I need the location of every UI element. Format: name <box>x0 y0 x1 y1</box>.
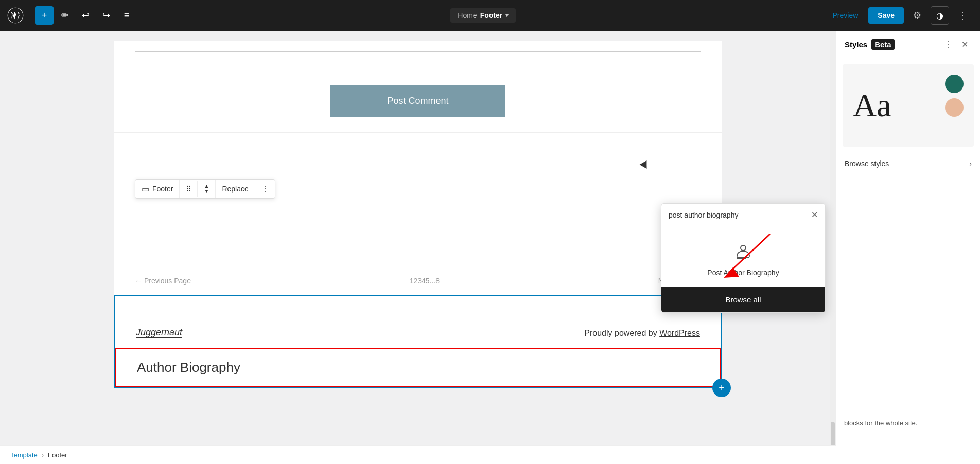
breadcrumb-separator: › <box>42 451 44 459</box>
redo-button[interactable]: ↪ <box>97 6 115 25</box>
block-inserter-header: ✕ <box>661 204 825 226</box>
svg-point-0 <box>741 245 746 251</box>
toolbar-right: Preview Save ⚙ ◑ ⋮ <box>827 6 981 25</box>
replace-button[interactable]: Replace <box>216 181 255 197</box>
more-options-button[interactable]: ⋮ <box>953 6 972 25</box>
prev-page-link[interactable]: ← Previous Page <box>135 277 191 285</box>
styles-more-button[interactable]: ⋮ <box>941 37 955 51</box>
browse-all-button[interactable]: Browse all <box>661 287 825 312</box>
move-up-down-button[interactable]: ▲ ▼ <box>198 180 216 198</box>
block-inserter-popup: ✕ Post Author Biography Browse all <box>661 203 826 313</box>
color-dot-teal <box>945 75 964 93</box>
edit-button[interactable]: ✏ <box>56 6 74 25</box>
wordpress-link[interactable]: WordPress <box>659 329 700 337</box>
drag-handle-icon: ⠿ <box>186 185 191 193</box>
styles-title: Styles Beta <box>845 39 895 50</box>
post-author-biography-label: Post Author Biography <box>707 269 779 277</box>
comment-input[interactable] <box>135 51 701 77</box>
block-inserter-close-button[interactable]: ✕ <box>811 210 818 220</box>
breadcrumb-nav[interactable]: Home Footer ▾ <box>450 8 516 23</box>
footer-powered: Proudly powered by WordPress <box>584 329 700 338</box>
save-button[interactable]: Save <box>868 7 904 24</box>
wp-logo[interactable] <box>0 0 31 31</box>
styles-header: Styles Beta ⋮ ✕ <box>836 31 980 58</box>
bottom-breadcrumb: Template › Footer <box>0 445 836 464</box>
footer-site-name: Juggernaut <box>136 327 182 338</box>
footer-content: Juggernaut Proudly powered by WordPress <box>136 327 700 338</box>
canvas-inner: Post Comment ▭ Footer ⠿ ▲ ▼ Replace <box>114 41 722 388</box>
footer-block-icon-button[interactable]: ▭ Footer <box>135 180 180 198</box>
style-dots <box>945 75 964 117</box>
page-numbers[interactable]: 12345...8 <box>410 277 440 285</box>
breadcrumb-footer-current: Footer <box>48 451 67 459</box>
add-block-here-button[interactable]: + <box>712 379 731 397</box>
site-name-link[interactable]: Juggernaut <box>136 327 182 338</box>
toolbar-left: + ✏ ↩ ↪ ≡ <box>31 6 140 25</box>
footer-section: Juggernaut Proudly powered by WordPress … <box>114 295 722 388</box>
style-aa-text: Aa <box>853 86 891 124</box>
arrows-icon: ▲ ▼ <box>204 184 209 194</box>
beta-badge: Beta <box>871 39 895 50</box>
powered-text: Proudly powered by <box>584 329 659 337</box>
styles-panel: Styles Beta ⋮ ✕ Aa Browse styles › block… <box>836 31 980 464</box>
preview-button[interactable]: Preview <box>827 8 865 23</box>
block-search-input[interactable] <box>669 211 807 219</box>
block-inserter-body: Post Author Biography <box>661 226 825 287</box>
author-bio-section: Author Biography <box>115 348 721 387</box>
breadcrumb-template-link[interactable]: Template <box>10 451 38 459</box>
dark-mode-button[interactable]: ◑ <box>931 6 949 25</box>
block-more-button[interactable]: ⋮ <box>255 181 275 197</box>
move-block-button[interactable]: ⠿ <box>180 181 198 197</box>
comment-area: Post Comment <box>114 41 722 133</box>
scrollbar[interactable] <box>830 31 836 464</box>
settings-button[interactable]: ⚙ <box>908 6 926 25</box>
styles-label: Styles <box>845 40 867 49</box>
footer-block-toolbar: ▭ Footer ⠿ ▲ ▼ Replace ⋮ <box>135 179 275 199</box>
browse-styles-chevron-icon: › <box>969 159 972 168</box>
post-author-biography-icon[interactable] <box>731 239 756 263</box>
author-bio-heading: Author Biography <box>137 360 699 376</box>
toolbar-center: Home Footer ▾ <box>140 8 827 23</box>
browse-styles-row[interactable]: Browse styles › <box>836 153 980 174</box>
toolbar: + ✏ ↩ ↪ ≡ Home Footer ▾ Preview Save ⚙ ◑… <box>0 0 980 31</box>
footer-block-icon: ▭ <box>142 184 149 194</box>
breadcrumb-home: Home <box>458 11 477 20</box>
color-dot-peach <box>945 98 964 117</box>
post-comment-button[interactable]: Post Comment <box>330 85 505 117</box>
add-block-button[interactable]: + <box>35 6 54 25</box>
partial-site-text: blocks for the whole site. <box>836 413 980 433</box>
footer-block-label: Footer <box>152 185 173 193</box>
undo-button[interactable]: ↩ <box>76 6 95 25</box>
breadcrumb-chevron-icon: ▾ <box>505 12 509 19</box>
browse-styles-label: Browse styles <box>845 159 889 168</box>
list-view-button[interactable]: ≡ <box>117 6 136 25</box>
pagination: ← Previous Page 12345...8 Next Page → <box>114 266 722 295</box>
styles-close-button[interactable]: ✕ <box>957 37 972 51</box>
breadcrumb-current: Footer <box>480 11 503 20</box>
styles-preview: Aa <box>843 64 974 147</box>
styles-header-icons: ⋮ ✕ <box>941 37 972 51</box>
